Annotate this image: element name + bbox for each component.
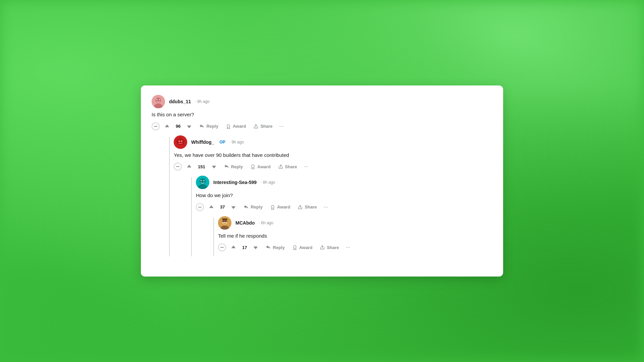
vote-count-3: 37 <box>219 204 226 209</box>
share-btn-1[interactable]: Share <box>251 122 275 130</box>
comment-3-content: Interesting-Sea-599 · 8h ago How do we j… <box>196 176 492 256</box>
svg-point-20 <box>201 181 202 181</box>
thread-3: MCAbdo · 6h ago Tell me if he responds <box>213 216 492 257</box>
share-icon-3 <box>298 204 303 210</box>
reply-btn-3[interactable]: Reply <box>241 203 265 211</box>
upvote-icon-3 <box>209 204 214 210</box>
timestamp-1: · 9h ago <box>195 99 209 104</box>
svg-point-27 <box>225 221 226 222</box>
comment-4: MCAbdo · 6h ago Tell me if he responds <box>218 216 492 257</box>
reply-btn-2[interactable]: Reply <box>221 163 246 171</box>
collapse-btn-3[interactable] <box>196 203 204 211</box>
upvote-icon-2 <box>186 164 192 169</box>
vote-count-1: 96 <box>174 124 182 129</box>
svg-rect-10 <box>178 143 182 144</box>
thread-line-wrapper-3 <box>213 216 214 257</box>
downvote-icon-3 <box>231 204 236 210</box>
vote-count-2: 151 <box>197 164 207 169</box>
minus-icon-3 <box>198 207 202 207</box>
timestamp-4: · 6h ago <box>259 221 273 225</box>
thread-line-1[interactable] <box>169 137 170 257</box>
comment-2-body: Yes, we have over 90 builders that have … <box>174 152 492 159</box>
svg-point-23 <box>271 205 274 208</box>
comment-3-body: How do we join? <box>196 192 492 199</box>
thread-line-2[interactable] <box>191 177 192 256</box>
more-btn-4[interactable]: ··· <box>344 243 352 252</box>
thread-line-wrapper-1 <box>169 135 170 257</box>
svg-point-21 <box>204 181 205 181</box>
thread-line-wrapper-2 <box>191 176 192 256</box>
downvote-btn-4[interactable] <box>250 243 261 251</box>
reply-btn-4[interactable]: Reply <box>263 243 287 251</box>
timestamp-3: · 8h ago <box>261 180 275 185</box>
comment-1-body: Is this on a server? <box>152 111 492 119</box>
reply-btn-1[interactable]: Reply <box>197 122 221 130</box>
svg-rect-7 <box>177 139 184 145</box>
downvote-btn-2[interactable] <box>209 163 219 171</box>
share-btn-4[interactable]: Share <box>317 243 341 251</box>
comment-thread-card: ddubs_11 · 9h ago Is this on a server? 9… <box>141 85 503 277</box>
share-icon-4 <box>320 245 325 250</box>
share-btn-2[interactable]: Share <box>275 163 300 171</box>
award-icon-2 <box>250 164 256 169</box>
comment-2-header: Whiffdog_ OP · 9h ago <box>174 135 492 149</box>
upvote-btn-1[interactable] <box>162 122 172 130</box>
downvote-icon-4 <box>253 245 258 250</box>
avatar-ddubs <box>152 95 165 108</box>
svg-point-3 <box>157 99 158 100</box>
svg-rect-29 <box>222 219 227 220</box>
upvote-icon-1 <box>164 124 170 129</box>
award-icon-3 <box>270 204 275 210</box>
upvote-btn-4[interactable] <box>228 243 239 251</box>
more-btn-1[interactable]: ··· <box>277 122 286 131</box>
reply-icon-4 <box>266 245 271 250</box>
op-badge: OP <box>219 140 225 144</box>
minus-icon-1 <box>154 126 157 127</box>
username-mcabdo: MCAbdo <box>235 220 255 226</box>
svg-rect-9 <box>181 140 182 142</box>
comment-2: Whiffdog_ OP · 9h ago Yes, we have over … <box>174 135 492 257</box>
share-btn-3[interactable]: Share <box>295 203 319 211</box>
comment-4-header: MCAbdo · 6h ago <box>218 216 492 230</box>
action-bar-3: 37 Reply <box>196 203 492 212</box>
comment-1: ddubs_11 · 9h ago Is this on a server? 9… <box>152 95 492 256</box>
award-btn-1[interactable]: Award <box>223 122 249 130</box>
downvote-icon-1 <box>186 124 192 129</box>
award-btn-3[interactable]: Award <box>267 203 293 211</box>
more-btn-2[interactable]: ··· <box>302 162 310 171</box>
svg-point-30 <box>293 246 296 248</box>
username-interesting-sea: Interesting-Sea-599 <box>213 180 257 185</box>
reply-icon-3 <box>244 204 249 210</box>
comment-3-header: Interesting-Sea-599 · 8h ago <box>196 176 492 189</box>
upvote-btn-3[interactable] <box>206 203 217 211</box>
username-ddubs: ddubs_11 <box>169 99 191 104</box>
minus-icon-4 <box>220 247 224 248</box>
username-whiffdog: Whiffdog_ <box>191 139 214 145</box>
vote-count-4: 17 <box>241 245 248 250</box>
upvote-btn-2[interactable] <box>184 163 195 171</box>
timestamp-2: · 9h ago <box>229 140 244 144</box>
svg-rect-14 <box>180 138 181 140</box>
comment-4-body: Tell me if he responds <box>218 232 492 240</box>
collapse-btn-4[interactable] <box>218 243 226 251</box>
share-icon-1 <box>253 124 259 129</box>
award-btn-2[interactable]: Award <box>248 163 273 171</box>
comment-1-header: ddubs_11 · 9h ago <box>152 95 492 108</box>
avatar-whiffdog <box>174 135 187 149</box>
thread-line-3[interactable] <box>213 218 214 257</box>
collapse-btn-1[interactable] <box>152 122 160 130</box>
collapse-btn-2[interactable] <box>174 163 182 171</box>
svg-rect-11 <box>176 140 178 142</box>
avatar-interesting-sea <box>196 176 209 189</box>
svg-point-5 <box>227 124 230 127</box>
action-bar-4: 17 Reply <box>218 243 492 252</box>
thread-2: Interesting-Sea-599 · 8h ago How do we j… <box>191 176 492 256</box>
downvote-btn-3[interactable] <box>228 203 239 211</box>
downvote-icon-2 <box>211 164 217 169</box>
action-bar-2: 151 Reply Award <box>174 162 492 171</box>
upvote-icon-4 <box>231 245 236 250</box>
more-btn-3[interactable]: ··· <box>322 203 330 212</box>
downvote-btn-1[interactable] <box>184 122 195 130</box>
svg-rect-12 <box>183 140 184 142</box>
award-btn-4[interactable]: Award <box>289 243 315 251</box>
